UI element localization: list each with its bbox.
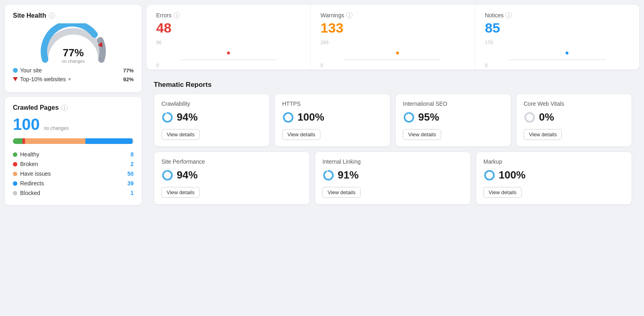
international-seo-score: 95% <box>418 111 439 123</box>
warnings-value: 133 <box>320 20 465 36</box>
crawled-pages-info-icon[interactable]: i <box>61 105 68 111</box>
top-sites-label: Top-10% websites <box>20 76 66 82</box>
svg-point-8 <box>163 113 172 122</box>
redirects-count: 39 <box>127 180 134 187</box>
crawled-progress-bar <box>13 138 134 144</box>
your-site-val: 77% <box>123 68 134 74</box>
errors-info-icon[interactable]: i <box>173 12 180 18</box>
warnings-info-icon[interactable]: i <box>346 12 353 18</box>
https-score-row: 100% <box>282 111 383 123</box>
notices-sparkline-svg <box>485 46 630 61</box>
crawled-pages-title: Crawled Pages i <box>13 104 134 111</box>
https-ring-icon <box>282 111 294 123</box>
core-web-vitals-score: 0% <box>539 111 554 123</box>
reports-grid-top: Crawlability 94% View details HTTPS <box>154 94 632 147</box>
issues-label: Have issues <box>20 170 51 177</box>
progress-redirects <box>85 138 132 144</box>
reports-grid-bottom: Site Performance 94% View details Intern… <box>154 152 632 205</box>
your-site-legend: Your site 77% <box>13 67 134 74</box>
errors-value: 48 <box>156 20 301 36</box>
status-broken-row: Broken 2 <box>13 159 134 169</box>
svg-point-17 <box>324 171 333 180</box>
gauge-percent: 77% <box>62 47 85 58</box>
international-seo-view-btn[interactable]: View details <box>403 129 441 140</box>
crawlability-score-row: 94% <box>161 111 262 123</box>
issues-dot <box>13 172 17 176</box>
https-name: HTTPS <box>282 101 383 107</box>
report-internal-linking: Internal Linking 91% View details <box>315 152 471 205</box>
errors-label: Errors i <box>156 12 301 18</box>
core-web-vitals-view-btn[interactable]: View details <box>524 129 562 140</box>
international-seo-score-row: 95% <box>403 111 504 123</box>
healthy-dot <box>13 152 17 157</box>
status-blocked-row: Blocked 1 <box>13 188 134 198</box>
markup-view-btn[interactable]: View details <box>483 187 522 198</box>
site-performance-view-btn[interactable]: View details <box>161 187 200 198</box>
warnings-sparkline-svg <box>320 46 465 61</box>
warnings-sparkline: 266 0 <box>320 40 465 64</box>
top-sites-legend: Top-10% websites ▾ 92% <box>13 76 134 82</box>
notices-info-icon[interactable]: i <box>506 12 512 18</box>
your-site-label: Your site <box>20 67 42 74</box>
crawlability-view-btn[interactable]: View details <box>161 129 200 140</box>
internal-linking-name: Internal Linking <box>322 158 463 165</box>
svg-point-10 <box>284 113 293 122</box>
https-view-btn[interactable]: View details <box>282 129 320 140</box>
site-health-info-icon[interactable]: i <box>49 12 55 19</box>
crawled-count: 100 <box>13 115 40 133</box>
internal-linking-score-row: 91% <box>322 169 463 181</box>
report-international-seo: International SEO 95% View details <box>395 94 511 147</box>
notices-sparkline: 170 0 <box>485 40 630 64</box>
errors-sparkline: 96 0 <box>156 40 301 64</box>
crawled-no-changes: no changes <box>44 125 69 131</box>
warnings-card: Warnings i 133 266 0 <box>311 5 475 70</box>
international-seo-name: International SEO <box>403 101 504 107</box>
markup-name: Markup <box>483 158 624 165</box>
crawlability-ring-icon <box>161 111 173 123</box>
markup-score-row: 100% <box>483 169 624 181</box>
broken-count: 2 <box>130 161 134 167</box>
warnings-label: Warnings i <box>320 12 465 18</box>
report-core-web-vitals: Core Web Vitals 0% View details <box>516 94 632 147</box>
errors-min: 0 <box>156 63 301 68</box>
site-performance-score-row: 94% <box>161 169 302 181</box>
status-healthy-row: Healthy 8 <box>13 150 134 159</box>
internal-linking-ring-icon <box>322 169 334 181</box>
internal-linking-score: 91% <box>338 169 359 181</box>
site-performance-name: Site Performance <box>161 158 302 165</box>
warnings-min: 0 <box>320 63 465 68</box>
crawled-pages-card: Crawled Pages i 100 no changes Healthy 8 <box>5 97 142 205</box>
svg-point-12 <box>405 113 413 122</box>
metrics-row: Errors i 48 96 0 Warnings i <box>147 5 639 70</box>
your-site-dot <box>13 68 18 73</box>
broken-label: Broken <box>20 161 38 167</box>
thematic-reports-section: Thematic Reports Crawlability 94% View d… <box>147 74 639 211</box>
progress-issues <box>25 138 85 144</box>
site-performance-score: 94% <box>177 169 198 181</box>
internal-linking-view-btn[interactable]: View details <box>322 187 361 198</box>
notices-max: 170 <box>485 40 630 45</box>
gauge-center: 77% no changes <box>62 47 85 64</box>
notices-card: Notices i 85 170 0 <box>475 5 639 70</box>
status-issues-row: Have issues 50 <box>13 169 134 179</box>
healthy-label: Healthy <box>20 151 39 158</box>
svg-point-4 <box>396 51 399 54</box>
svg-point-19 <box>485 171 494 180</box>
svg-point-15 <box>163 171 172 180</box>
broken-dot <box>13 162 17 166</box>
blocked-label: Blocked <box>20 190 40 196</box>
core-web-vitals-score-row: 0% <box>524 111 624 123</box>
gauge-wrap: 77% no changes <box>37 23 109 64</box>
progress-blocked <box>132 138 134 144</box>
top-sites-val: 92% <box>123 76 134 82</box>
core-web-vitals-name: Core Web Vitals <box>524 101 624 107</box>
blocked-dot <box>13 191 17 195</box>
crawled-count-row: 100 no changes <box>13 115 134 133</box>
https-score: 100% <box>297 111 324 123</box>
errors-card: Errors i 48 96 0 <box>147 5 311 70</box>
international-seo-ring-icon <box>403 111 415 123</box>
redirects-dot <box>13 181 17 186</box>
errors-max: 96 <box>156 40 301 45</box>
progress-healthy <box>13 138 23 144</box>
notices-min: 0 <box>485 63 630 68</box>
